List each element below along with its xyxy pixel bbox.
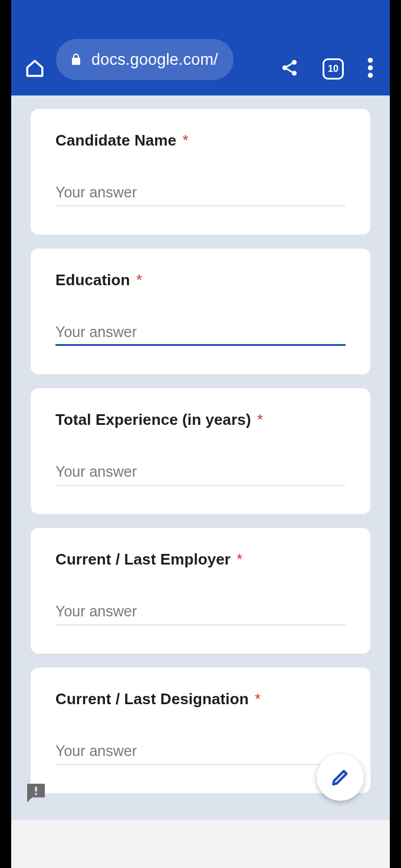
more-vert-icon [367,58,373,78]
svg-point-1 [282,65,287,70]
answer-input[interactable] [55,600,346,625]
url-text: docs.google.com/ [91,51,218,69]
svg-rect-7 [35,793,37,795]
answer-input[interactable] [55,181,346,206]
answer-input[interactable] [55,740,346,765]
overflow-menu-button[interactable] [367,58,373,80]
required-star: * [132,271,143,289]
answer-input[interactable] [55,321,346,346]
answer-input[interactable] [55,461,346,486]
form-content: Candidate Name *Education *Total Experie… [11,95,390,868]
viewport: docs.google.com/ 10 [11,0,390,868]
question-label: Current / Last Employer * [55,550,346,569]
tab-count-text: 10 [328,64,338,74]
tabs-button[interactable]: 10 [323,58,344,80]
svg-point-0 [292,60,297,65]
svg-point-3 [368,58,373,63]
home-button[interactable] [23,57,47,80]
question-label: Education * [55,271,346,289]
pencil-icon [330,767,351,788]
svg-rect-6 [35,787,37,791]
question-label: Candidate Name * [55,131,346,150]
share-icon [280,58,299,77]
report-icon [24,781,48,804]
question-card: Current / Last Employer * [30,527,371,654]
address-bar[interactable]: docs.google.com/ [56,39,234,80]
share-button[interactable] [280,58,299,80]
question-card: Candidate Name * [30,108,371,235]
required-star: * [253,411,264,428]
required-star: * [232,550,243,568]
question-card: Education * [30,248,371,375]
svg-point-2 [292,71,297,75]
bottom-system-bar [11,820,390,868]
edit-fab[interactable] [317,754,364,801]
lock-icon [69,52,83,67]
required-star: * [251,690,261,708]
toolbar-actions: 10 [280,58,378,80]
svg-point-5 [368,73,373,78]
question-label: Total Experience (in years) * [55,411,346,429]
svg-point-4 [368,65,373,71]
question-card: Total Experience (in years) * [30,388,371,514]
required-star: * [178,131,189,149]
browser-toolbar: docs.google.com/ 10 [11,0,390,95]
form-scroll[interactable]: Candidate Name *Education *Total Experie… [11,95,390,794]
report-button[interactable] [24,781,48,804]
home-icon [25,58,45,78]
question-label: Current / Last Designation * [55,690,346,708]
